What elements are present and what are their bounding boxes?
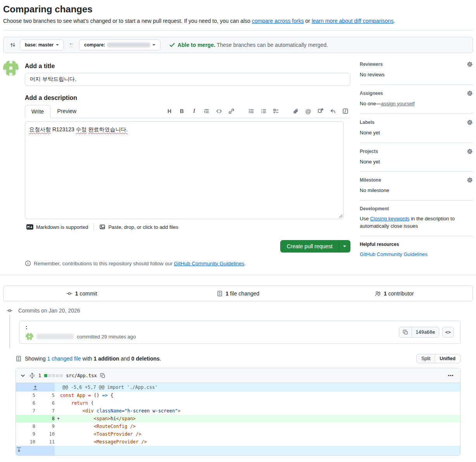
files-count: 1 xyxy=(226,290,229,297)
markdown-toolbar: H B I xyxy=(166,105,350,118)
milestone-title: Milestone xyxy=(360,177,381,183)
tab-preview[interactable]: Preview xyxy=(50,105,83,118)
file-diff-card: 1 src/App.tsx ⋯ @@ -5,6 +5,7 @@ import '… xyxy=(16,368,460,456)
copy-path-icon[interactable] xyxy=(100,373,105,378)
cross-reference-icon[interactable] xyxy=(317,108,324,115)
diff-comparisons-link[interactable]: learn more about diff comparisons xyxy=(312,18,393,24)
files-changed-tab[interactable]: 1 file changed xyxy=(160,290,316,297)
new-line-number: 11 xyxy=(35,438,55,446)
hunk-header: @@ -5,6 +5,7 @@ import './App.css' xyxy=(55,383,460,392)
create-pull-request-button[interactable]: Create pull request xyxy=(280,240,339,252)
diff-table: @@ -5,6 +5,7 @@ import './App.css'55 con… xyxy=(16,383,460,455)
development-body: Use xyxy=(360,216,370,222)
diff-row: 910 <ToastProvider /> xyxy=(16,430,460,438)
list-ordered-icon[interactable] xyxy=(248,108,255,115)
expand-down-button[interactable] xyxy=(16,446,55,455)
contributors-tab[interactable]: 1 contributor xyxy=(316,290,473,297)
paperclip-icon[interactable] xyxy=(292,108,299,115)
diffstat-square-neutral xyxy=(52,374,55,377)
commit-message-link[interactable]: : xyxy=(26,324,28,330)
gear-icon[interactable] xyxy=(467,61,473,67)
copy-sha-button[interactable] xyxy=(399,327,412,338)
base-branch-label: base: master xyxy=(25,43,53,47)
commits-tab[interactable]: 1 commit xyxy=(3,290,160,297)
sidebar-section-assignees: Assignees No one—assign yourself xyxy=(360,85,473,114)
assign-yourself-link[interactable]: assign yourself xyxy=(381,101,415,106)
changed-file-link[interactable]: 1 changed file xyxy=(47,356,81,362)
guidelines-link[interactable]: GitHub Community Guidelines xyxy=(174,261,245,266)
arrow-left-icon: ←⋯ xyxy=(69,41,74,49)
browse-code-button[interactable]: <> xyxy=(442,327,454,338)
diff-row: 55 const App = () => { xyxy=(16,392,460,399)
sidebar-section-milestone: Milestone No milestone xyxy=(360,172,473,201)
subtitle-or: or xyxy=(304,18,312,24)
bold-icon[interactable]: B xyxy=(178,108,185,115)
gear-icon[interactable] xyxy=(467,177,473,183)
quote-icon[interactable] xyxy=(203,108,210,115)
labels-title: Labels xyxy=(360,120,374,125)
code-line: <div className="h-screen w-screen"> xyxy=(55,407,460,415)
heading-icon[interactable]: H xyxy=(166,108,173,115)
split-view-button[interactable]: Split xyxy=(417,354,435,363)
development-title: Development xyxy=(360,206,389,211)
tasklist-icon[interactable] xyxy=(272,108,279,115)
commit-icon xyxy=(66,290,72,297)
community-guidelines-sidebar-link[interactable]: GitHub Community Guidelines xyxy=(360,251,428,257)
base-branch-dropdown[interactable]: base: master xyxy=(20,40,64,50)
commit-author-avatar xyxy=(26,333,33,340)
footer-divider xyxy=(93,223,94,231)
tab-write[interactable]: Write xyxy=(25,105,50,118)
markdown-supported[interactable]: Markdown is supported xyxy=(26,224,88,230)
diff-row: 1011 <MessageProvider /> xyxy=(16,438,460,446)
collapse-file-chevron-icon[interactable] xyxy=(20,373,26,379)
commits-date-header: Commits on Jan 20, 2026 xyxy=(7,307,460,314)
sidebar-section-helpful-resources: Helpful resources GitHub Community Guide… xyxy=(360,236,473,264)
sidebar-section-development: Development Use Closing keywords in the … xyxy=(360,201,473,236)
people-icon xyxy=(375,290,381,297)
compare-branch-label: compare: xyxy=(84,43,105,47)
pr-title-input[interactable] xyxy=(25,73,350,86)
diffstat-square-neutral xyxy=(56,374,59,377)
gear-icon[interactable] xyxy=(467,148,473,155)
new-line-number: 10 xyxy=(35,430,55,438)
code-icon[interactable] xyxy=(216,108,222,115)
resize-grip-icon[interactable] xyxy=(339,214,343,218)
unified-view-button[interactable]: Unified xyxy=(435,354,460,363)
projects-body: None yet xyxy=(360,158,473,166)
old-line-number: 9 xyxy=(16,430,35,438)
new-line-number: 7 xyxy=(35,407,55,415)
able-to-merge-text: Able to merge. xyxy=(178,42,215,48)
commit-sha-button[interactable]: 149a60e xyxy=(412,327,439,338)
diffstat-squares xyxy=(44,374,63,377)
attach-files-button[interactable]: Paste, drop, or click to add files xyxy=(99,224,178,230)
notice-period: . xyxy=(244,261,246,266)
slash-commands-icon[interactable] xyxy=(342,108,349,115)
reply-icon[interactable] xyxy=(329,108,336,115)
compare-branch-dropdown[interactable]: compare: xyxy=(79,40,160,50)
showing-text: Showing xyxy=(25,356,47,362)
pr-sidebar: Reviewers No reviews Assignees No one—as… xyxy=(360,60,473,266)
info-icon xyxy=(25,260,31,266)
compare-branch-redacted xyxy=(107,43,150,47)
file-path-link[interactable]: src/App.tsx xyxy=(66,373,97,378)
italic-icon[interactable]: I xyxy=(191,108,198,115)
commits-date-label: Commits on Jan 20, 2026 xyxy=(18,307,80,314)
gear-icon[interactable] xyxy=(467,90,473,96)
pr-description-textarea[interactable]: 요청사항 R123123 수정 완료하였습니다. xyxy=(25,121,344,219)
mention-icon[interactable]: @ xyxy=(305,108,312,115)
expand-up-button[interactable] xyxy=(16,383,55,392)
gear-icon[interactable] xyxy=(467,119,473,125)
old-line-number: 6 xyxy=(16,399,35,407)
list-unordered-icon[interactable] xyxy=(260,108,267,115)
link-icon[interactable] xyxy=(228,108,235,115)
diff-row: 89 <RouteConfig /> xyxy=(16,422,460,430)
closing-keywords-link[interactable]: Closing keywords xyxy=(370,216,410,222)
commits-label: commit xyxy=(78,290,97,297)
create-pr-options-button[interactable] xyxy=(339,240,350,252)
file-options-kebab-icon[interactable]: ⋯ xyxy=(445,372,456,379)
with-text: with xyxy=(81,356,94,362)
drag-handle-icon[interactable] xyxy=(29,373,35,379)
compare-across-forks-link[interactable]: compare across forks xyxy=(252,18,304,24)
markdown-supported-label: Markdown is supported xyxy=(36,224,88,230)
new-line-number: 5 xyxy=(35,392,55,399)
